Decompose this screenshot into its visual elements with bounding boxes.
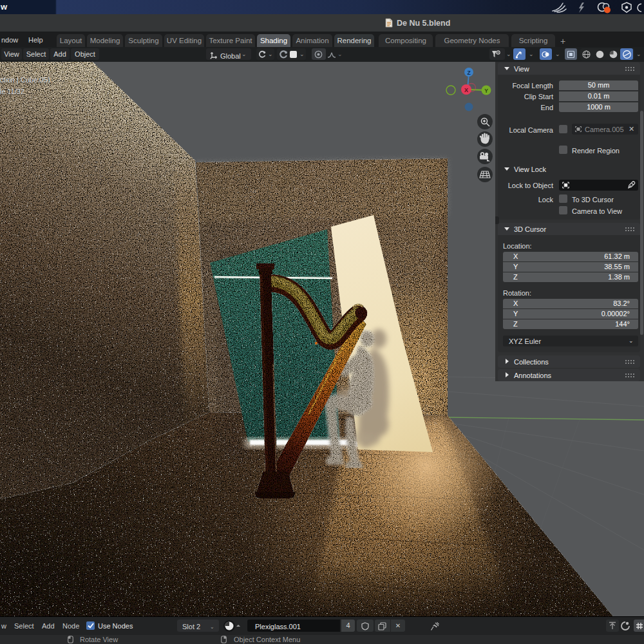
svg-text:X: X [464,87,468,93]
svg-text:Z: Z [467,70,470,76]
svg-text:Y: Y [484,88,488,94]
